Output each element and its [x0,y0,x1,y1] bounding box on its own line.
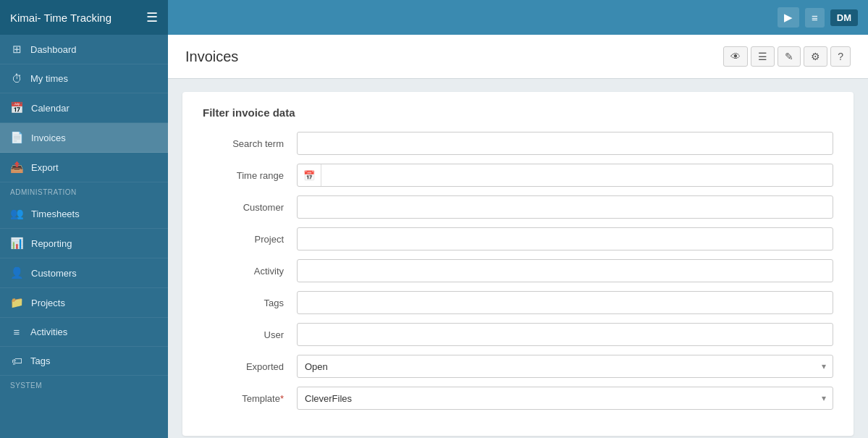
app-name: Kimai [10,12,38,24]
sidebar-item-customers[interactable]: 👤 Customers [0,258,168,288]
export-icon: 📤 [10,161,24,174]
user-input[interactable] [297,323,833,346]
filter-card: Filter invoice data Search term Time ran… [182,92,854,436]
sidebar-item-label: Timesheets [31,209,80,219]
sidebar-header: Kimai- Time Tracking ☰ [0,0,168,35]
projects-icon: 📁 [10,296,24,309]
search-term-label: Search term [203,138,297,149]
tags-row: Tags [203,291,833,314]
sidebar-item-activities[interactable]: ≡ Activities [0,318,168,347]
required-indicator: * [280,393,284,404]
activity-input[interactable] [297,259,833,282]
customer-label: Customer [203,202,297,213]
exported-label: Exported [203,361,297,372]
admin-section-label: Administration [0,182,168,199]
sidebar-item-projects[interactable]: 📁 Projects [0,288,168,318]
settings-button[interactable]: ⚙ [804,46,827,67]
user-label: User [203,329,297,340]
calendar-icon: 📅 [10,101,24,114]
time-range-label: Time range [203,170,297,181]
my-times-icon: ⏱ [10,72,23,85]
exported-row: Exported Open Yes No All [203,355,833,378]
sidebar-item-reporting[interactable]: 📊 Reporting [0,229,168,258]
customers-icon: 👤 [10,266,24,279]
sidebar-item-calendar[interactable]: 📅 Calendar [0,93,168,123]
reporting-icon: 📊 [10,237,24,250]
project-label: Project [203,234,297,245]
tags-input[interactable] [297,291,833,314]
page-header: Invoices 👁 ☰ ✎ ⚙ ? [168,35,868,79]
sidebar-item-my-times[interactable]: ⏱ My times [0,64,168,93]
view-button[interactable]: 👁 [723,46,748,67]
timesheets-icon: 👥 [10,207,24,220]
sidebar-item-label: Dashboard [30,44,77,55]
sidebar-item-label: Tags [30,355,50,366]
sidebar-item-label: Customers [31,268,77,279]
sidebar-item-label: Projects [31,298,65,308]
edit-button[interactable]: ✎ [778,46,801,67]
sidebar-item-label: Export [31,162,59,173]
time-range-input[interactable]: 2024-09-01 - 2024-09-30 [321,170,833,181]
project-row: Project [203,227,833,250]
page-actions: 👁 ☰ ✎ ⚙ ? [723,46,851,67]
exported-select[interactable]: Open Yes No All [297,355,833,378]
sidebar-item-invoices[interactable]: 📄 Invoices [0,123,168,153]
invoices-icon: 📄 [10,131,24,144]
activity-row: Activity [203,259,833,282]
app-title: Kimai- Time Tracking [10,12,111,24]
dashboard-icon: ⊞ [10,43,23,56]
sidebar-item-label: Calendar [31,103,69,114]
exported-select-wrapper: Open Yes No All [297,355,833,378]
time-range-input-wrapper: 📅 2024-09-01 - 2024-09-30 [297,164,833,187]
sidebar-item-timesheets[interactable]: 👥 Timesheets [0,199,168,229]
search-term-row: Search term [203,132,833,155]
list-view-button[interactable]: ☰ [751,46,775,67]
sidebar-item-dashboard[interactable]: ⊞ Dashboard [0,35,168,64]
sidebar-nav: ⊞ Dashboard ⏱ My times 📅 Calendar 📄 Invo… [0,35,168,438]
hamburger-icon[interactable]: ☰ [146,9,158,25]
customer-row: Customer [203,195,833,219]
content-area: Invoices 👁 ☰ ✎ ⚙ ? Filter invoice data S… [168,35,868,438]
help-button[interactable]: ? [830,46,851,67]
filter-title: Filter invoice data [203,106,833,119]
user-avatar[interactable]: DM [830,9,858,26]
sidebar-item-label: Reporting [31,238,72,249]
activity-label: Activity [203,266,297,277]
project-input[interactable] [297,227,833,250]
topbar: ▶ ≡ DM [168,0,868,35]
template-label: Template* [203,393,297,404]
activities-icon: ≡ [10,326,23,338]
list-button[interactable]: ≡ [805,8,825,28]
sidebar-item-label: Invoices [31,132,66,143]
sidebar-item-label: My times [30,73,68,84]
template-row: Template* CleverFiles [203,387,833,410]
play-button[interactable]: ▶ [778,7,799,28]
template-select-wrapper: CleverFiles [297,387,833,410]
time-range-row: Time range 📅 2024-09-01 - 2024-09-30 [203,164,833,187]
search-term-input[interactable] [297,132,833,155]
tags-icon: 🏷 [10,355,23,367]
calendar-picker-icon[interactable]: 📅 [298,164,321,186]
customer-input[interactable] [297,195,833,219]
main-area: ▶ ≡ DM Invoices 👁 ☰ ✎ ⚙ ? Filter invoice… [168,0,868,438]
system-section-label: System [0,376,168,392]
sidebar: Kimai- Time Tracking ☰ ⊞ Dashboard ⏱ My … [0,0,168,438]
sidebar-item-tags[interactable]: 🏷 Tags [0,347,168,376]
sidebar-item-label: Activities [30,327,67,337]
sidebar-item-export[interactable]: 📤 Export [0,153,168,182]
tags-label: Tags [203,298,297,308]
user-row: User [203,323,833,346]
template-select[interactable]: CleverFiles [297,387,833,410]
page-title: Invoices [185,49,238,65]
